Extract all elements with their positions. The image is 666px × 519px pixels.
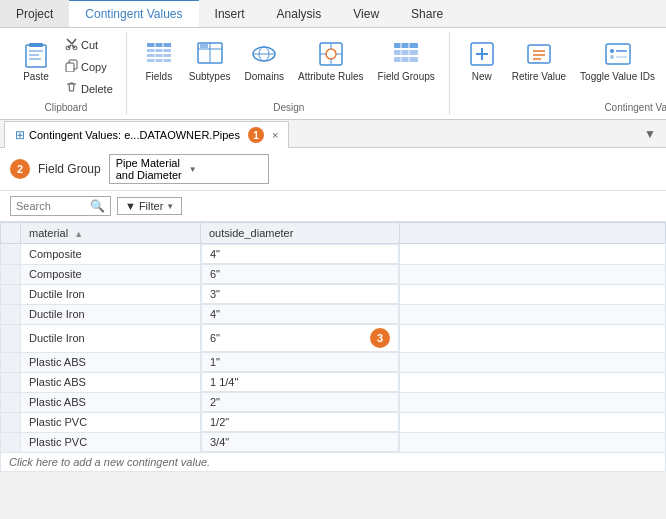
field-group-label: Field Group [38, 162, 101, 176]
filter-dropdown-arrow: ▼ [166, 202, 174, 211]
table-row[interactable]: Plastic PVC1/2" [1, 412, 666, 432]
tab-insert[interactable]: Insert [199, 0, 261, 27]
row-outside-diameter: 1/2" [201, 412, 399, 432]
search-box: 🔍 [10, 196, 111, 216]
contingent-values-items: New Retire Value [460, 34, 666, 99]
add-contingent-value-row[interactable]: Click here to add a new contingent value… [1, 453, 666, 472]
field-group-dropdown-arrow: ▼ [189, 165, 262, 174]
field-group-value: Pipe Material and Diameter [116, 157, 189, 181]
document-tab-bar: ⊞ Contingent Values: e...DATAOWNER.Pipes… [0, 120, 666, 148]
svg-rect-3 [29, 54, 39, 56]
col-material-header[interactable]: material ▲ [21, 223, 201, 244]
svg-rect-2 [29, 50, 43, 52]
row-arrow [1, 432, 21, 453]
field-groups-icon [390, 38, 422, 70]
delete-label: Delete [81, 83, 113, 95]
row-outside-diameter: 3" [201, 284, 399, 304]
tab-dropdown-button[interactable]: ▼ [638, 123, 662, 145]
table-row[interactable]: Ductile Iron6"3 [1, 324, 666, 352]
fields-button[interactable]: Fields [137, 34, 181, 86]
table-row[interactable]: Plastic ABS2" [1, 392, 666, 412]
row-extra [400, 284, 666, 304]
filter-icon: ▼ [125, 200, 136, 212]
paste-button[interactable]: Paste [14, 34, 58, 86]
svg-point-23 [326, 49, 336, 59]
filter-label: Filter [139, 200, 163, 212]
row-extra [400, 264, 666, 284]
document-tab[interactable]: ⊞ Contingent Values: e...DATAOWNER.Pipes… [4, 121, 289, 148]
table-row[interactable]: Ductile Iron3" [1, 284, 666, 304]
svg-rect-40 [606, 44, 630, 64]
domains-button[interactable]: Domains [239, 34, 290, 86]
retire-value-label: Retire Value [512, 71, 566, 82]
row-extra [400, 392, 666, 412]
cut-button[interactable]: Cut [60, 34, 118, 55]
delete-button[interactable]: Delete [60, 78, 118, 99]
table-row[interactable]: Ductile Iron4" [1, 304, 666, 324]
copy-button[interactable]: Copy [60, 56, 118, 77]
design-items: Fields Subtypes [137, 34, 441, 99]
svg-rect-36 [528, 45, 550, 63]
domains-icon [248, 38, 280, 70]
subtypes-label: Subtypes [189, 71, 231, 82]
design-group: Fields Subtypes [129, 32, 450, 115]
row-arrow [1, 304, 21, 324]
search-icon[interactable]: 🔍 [90, 199, 105, 213]
col-sort-arrow [1, 223, 21, 244]
col-diameter-header[interactable]: outside_diameter [201, 223, 400, 244]
tab-project[interactable]: Project [0, 0, 69, 27]
svg-rect-4 [29, 58, 41, 60]
contingent-values-group-label: Contingent Values [604, 102, 666, 113]
row-extra [400, 304, 666, 324]
filter-button[interactable]: ▼ Filter ▼ [117, 197, 182, 215]
row-extra [400, 352, 666, 372]
new-button[interactable]: New [460, 34, 504, 86]
design-group-label: Design [273, 102, 304, 113]
new-label: New [472, 71, 492, 82]
ribbon: Project Contingent Values Insert Analysi… [0, 0, 666, 120]
toggle-value-ids-button[interactable]: Toggle Value IDs [574, 34, 661, 86]
ribbon-tab-bar: Project Contingent Values Insert Analysi… [0, 0, 666, 28]
row-arrow [1, 392, 21, 412]
paste-icon [20, 38, 52, 70]
callout-2: 2 [10, 159, 30, 179]
add-row-text[interactable]: Click here to add a new contingent value… [1, 453, 666, 472]
svg-rect-28 [394, 43, 418, 48]
subtypes-button[interactable]: Subtypes [183, 34, 237, 86]
retire-value-button[interactable]: Retire Value [506, 34, 572, 86]
row-outside-diameter: 6"3 [201, 324, 399, 352]
clipboard-group-label: Clipboard [44, 102, 87, 113]
paste-label: Paste [23, 71, 49, 82]
search-input[interactable] [16, 200, 86, 212]
row-arrow [1, 412, 21, 432]
copy-icon [65, 59, 78, 74]
table-icon: ⊞ [15, 128, 25, 142]
svg-rect-29 [394, 50, 418, 55]
attribute-rules-button[interactable]: Attribute Rules [292, 34, 370, 86]
copy-label: Copy [81, 61, 107, 73]
tab-analysis[interactable]: Analysis [261, 0, 338, 27]
table-row[interactable]: Composite4" [1, 244, 666, 265]
tab-close-button[interactable]: × [272, 129, 278, 141]
row-material: Ductile Iron [21, 284, 201, 304]
field-groups-button[interactable]: Field Groups [372, 34, 441, 86]
tab-view[interactable]: View [337, 0, 395, 27]
row-material: Composite [21, 264, 201, 284]
delete-icon [65, 81, 78, 96]
table-row[interactable]: Plastic ABS1" [1, 352, 666, 372]
row-extra [400, 432, 666, 453]
row-extra [400, 372, 666, 392]
attribute-rules-icon [315, 38, 347, 70]
cut-label: Cut [81, 39, 98, 51]
row-extra [400, 324, 666, 352]
tab-contingent-values[interactable]: Contingent Values [69, 0, 198, 27]
table-row[interactable]: Plastic ABS1 1/4" [1, 372, 666, 392]
field-group-select[interactable]: Pipe Material and Diameter ▼ [109, 154, 269, 184]
table-row[interactable]: Plastic PVC3/4" [1, 432, 666, 453]
tab-share[interactable]: Share [395, 0, 459, 27]
row-arrow [1, 244, 21, 265]
row-material: Plastic ABS [21, 352, 201, 372]
table-row[interactable]: Composite6" [1, 264, 666, 284]
new-icon [466, 38, 498, 70]
svg-rect-12 [147, 59, 171, 62]
